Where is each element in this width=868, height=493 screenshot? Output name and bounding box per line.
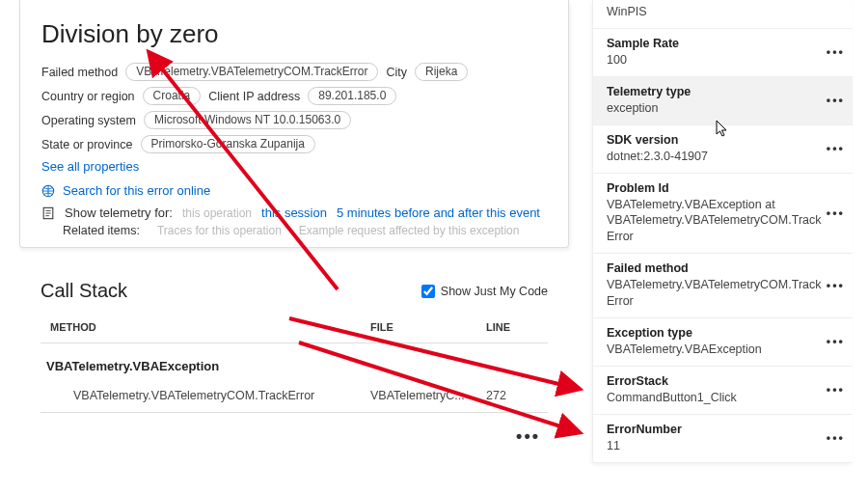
see-all-properties-link[interactable]: See all properties [41, 159, 547, 174]
side-error-number[interactable]: ErrorNumber 11 ••• [593, 415, 853, 463]
callstack-title: Call Stack [41, 280, 127, 302]
more-icon[interactable]: ••• [827, 45, 845, 59]
more-icon[interactable]: ••• [827, 94, 845, 107]
divider [41, 412, 548, 413]
side-sample-rate-key: Sample Rate [607, 37, 824, 50]
more-icon[interactable]: ••• [827, 279, 845, 292]
side-sdk-key: SDK version [607, 133, 824, 147]
side-exception-type[interactable]: Exception type VBATelemetry.VBAException… [593, 318, 853, 367]
stack-line: 272 [486, 389, 544, 402]
show-telemetry-label: Show telemetry for: [65, 205, 173, 220]
side-sample-rate-val: 100 [607, 52, 824, 68]
label-city: City [386, 66, 407, 79]
search-online-row: Search for this error online [41, 183, 547, 198]
show-telemetry-row: Show telemetry for: this operation this … [41, 205, 547, 220]
show-just-my-code-checkbox[interactable] [421, 285, 435, 298]
pill-ip[interactable]: 89.201.185.0 [308, 87, 396, 105]
more-icon[interactable]: ••• [827, 335, 845, 348]
prop-state: State or province Primorsko-Goranska Zup… [41, 135, 547, 153]
side-failed-method[interactable]: Failed method VBATelemetry.VBATelemetryC… [593, 254, 853, 318]
callstack-table-head: METHOD FILE LINE [41, 315, 548, 339]
side-error-stack-key: ErrorStack [607, 374, 824, 388]
side-failed-method-val: VBATelemetry.VBATelemetryCOM.TrackError [607, 277, 824, 310]
stack-row-method[interactable]: VBATelemetry.VBATelemetryCOM.TrackError … [41, 379, 548, 408]
side-error-stack-val: CommandButton1_Click [607, 390, 824, 406]
stack-file: VBATelemetryC... [370, 389, 486, 402]
col-file: FILE [370, 321, 486, 333]
side-problem-id[interactable]: Problem Id VBATelemetry.VBAException at … [593, 174, 853, 255]
prop-failed-method: Failed method VBATelemetry.VBATelemetryC… [41, 63, 547, 81]
side-winpis: WinPIS [593, 0, 853, 29]
col-line: LINE [486, 321, 544, 333]
more-icon[interactable]: ••• [827, 383, 845, 397]
pill-city[interactable]: Rijeka [415, 63, 468, 81]
pill-state[interactable]: Primorsko-Goranska Zupanija [141, 135, 315, 153]
label-failed-method: Failed method [41, 66, 118, 79]
side-telemetry-type[interactable]: Telemetry type exception ••• [593, 77, 853, 125]
stack-method: VBATelemetry.VBATelemetryCOM.TrackError [68, 389, 370, 402]
pill-os[interactable]: Microsoft Windows NT 10.0.15063.0 [144, 111, 351, 129]
search-online-link[interactable]: Search for this error online [63, 183, 210, 198]
side-exception-type-key: Exception type [607, 326, 824, 340]
more-icon[interactable]: ••• [827, 142, 845, 155]
page-title: Division by zero [41, 19, 547, 49]
related-items-row: Related items: Traces for this operation… [41, 224, 547, 237]
side-exception-type-val: VBATelemetry.VBAException [607, 342, 824, 358]
side-problem-id-val: VBATelemetry.VBAException at VBATelemetr… [607, 197, 824, 246]
related-faded-1: Traces for this operation [157, 224, 282, 237]
callstack-header: Call Stack Show Just My Code [41, 280, 548, 302]
divider [41, 342, 548, 343]
side-problem-id-key: Problem Id [607, 181, 824, 195]
properties-panel: WinPIS Sample Rate 100 ••• Telemetry typ… [592, 0, 853, 463]
pill-country[interactable]: Croatia [143, 87, 202, 105]
label-country: Country or region [41, 90, 135, 103]
show-just-my-code-label: Show Just My Code [441, 285, 548, 298]
side-sample-rate[interactable]: Sample Rate 100 ••• [593, 29, 853, 77]
related-faded-2: Example request affected by this excepti… [299, 224, 520, 237]
more-icon[interactable]: ••• [827, 206, 845, 220]
side-telemetry-type-val: exception [607, 100, 824, 117]
error-details-panel: Division by zero Failed method VBATeleme… [19, 0, 569, 248]
label-state: State or province [41, 138, 133, 151]
related-items-label: Related items: [63, 224, 140, 237]
side-sdk-version[interactable]: SDK version dotnet:2.3.0-41907 ••• [593, 125, 853, 174]
pill-failed-method[interactable]: VBATelemetry.VBATelemetryCOM.TrackError [125, 63, 378, 81]
callstack-section: Call Stack Show Just My Code METHOD FILE… [19, 280, 569, 447]
side-error-number-key: ErrorNumber [607, 423, 824, 436]
time-window-link[interactable]: 5 minutes before and after this event [337, 205, 540, 220]
col-method: METHOD [44, 321, 370, 333]
this-session-link[interactable]: this session [261, 205, 327, 220]
stack-row-exception[interactable]: VBATelemetry.VBAException [41, 353, 548, 379]
this-operation-faded: this operation [182, 206, 252, 220]
more-icon[interactable]: ••• [827, 431, 845, 445]
side-telemetry-type-key: Telemetry type [607, 85, 824, 98]
document-icon [41, 206, 55, 220]
prop-os: Operating system Microsoft Windows NT 10… [41, 111, 547, 129]
more-menu-button[interactable]: ••• [41, 423, 548, 447]
prop-country-ip: Country or region Croatia Client IP addr… [41, 87, 547, 105]
label-os: Operating system [41, 114, 136, 127]
side-error-stack[interactable]: ErrorStack CommandButton1_Click ••• [593, 367, 853, 415]
side-winpis-val: WinPIS [607, 4, 824, 20]
side-sdk-val: dotnet:2.3.0-41907 [607, 149, 824, 165]
show-just-my-code[interactable]: Show Just My Code [421, 285, 548, 298]
label-ip: Client IP address [208, 90, 300, 103]
side-error-number-val: 11 [607, 438, 824, 454]
side-failed-method-key: Failed method [607, 261, 824, 275]
globe-icon [41, 184, 55, 198]
